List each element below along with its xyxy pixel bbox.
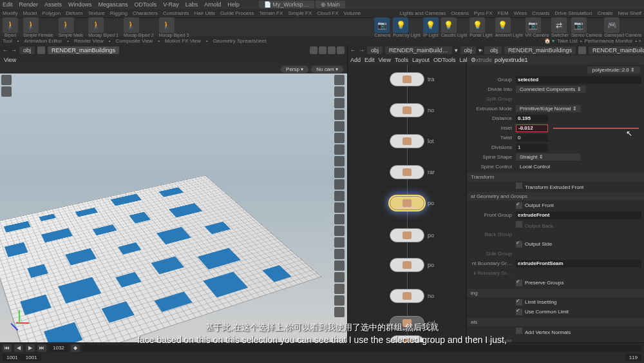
point-light-icon[interactable]: 💡Point by Light [393,17,420,37]
menu-odtools[interactable]: ODTools [135,1,157,8]
ambient-light-icon[interactable]: 💡Ambient Light [495,17,523,37]
node-2[interactable]: lot [390,134,424,148]
shelf-wires[interactable]: Wires [514,10,527,16]
persp-dropdown[interactable]: Persp ▾ [281,66,308,73]
menu-render[interactable]: Render [19,1,39,8]
vtool-11[interactable] [334,191,345,201]
shelf-create[interactable]: Create [598,10,613,16]
menu-windows[interactable]: Windows [68,1,92,8]
node-graph[interactable]: tranolotrarpopoponocolma [348,64,466,342]
als-section[interactable]: als [467,318,644,326]
vtool-13[interactable] [334,214,345,224]
portal-light-icon[interactable]: 💡Portal Light [469,17,492,37]
inset-input[interactable] [516,124,548,132]
distance-input[interactable] [516,115,548,123]
limit-insetting-check[interactable] [516,299,522,306]
ip-light-icon[interactable]: 💡IP Light [423,17,439,37]
vtool-8[interactable] [334,156,345,166]
opt2-icon[interactable] [328,46,336,54]
crumb-render[interactable]: RENDER_mainBuildings [48,46,119,54]
node-odtools[interactable]: ODTools [433,57,456,63]
output-side-check[interactable] [516,241,522,248]
current-frame[interactable]: 1032 [49,344,68,351]
vtool-select[interactable] [1,75,12,85]
vtool-5[interactable] [334,121,345,132]
vtool-20[interactable] [334,295,345,306]
shelf-drivesim[interactable]: Drive Simulation [554,10,592,16]
menu-labs[interactable]: Labs [185,1,198,8]
shelf-rigging[interactable]: Rigging [110,10,128,16]
shelf-characters[interactable]: Characters [133,10,158,16]
node-5[interactable]: po [390,228,424,242]
inset-slider[interactable] [553,128,639,129]
shelf-simplefx[interactable]: Simple FX [288,10,312,16]
mocap2-tool[interactable]: 🚶Mocap Biped 2 [124,17,154,37]
param-crumb-obj[interactable]: obj [486,46,502,54]
anim-editor-menu[interactable]: Animation Editor [24,38,62,44]
use-common-check[interactable] [516,309,522,315]
shelf-modify[interactable]: Modify [3,10,18,16]
shelf-fem[interactable]: FEM [498,10,509,16]
vtool-19[interactable] [334,284,345,294]
shelf-crowds[interactable]: Crowds [532,10,549,16]
shelf-model[interactable]: Model [23,10,37,16]
vtool-7[interactable] [334,144,345,155]
shelf-polygon[interactable]: Polygon [42,10,61,16]
menu-edit[interactable]: Edit [3,1,13,8]
node-add[interactable]: Add [350,57,361,63]
shelf-constraints[interactable]: Constraints [163,10,189,16]
vtool-4[interactable] [334,110,345,120]
tl-first-icon[interactable]: ⏮ [3,344,12,352]
menu-megascans[interactable]: Megascans [99,1,128,8]
node-0[interactable]: tra [390,72,424,86]
opt3-icon[interactable] [337,46,345,54]
vtool-17[interactable] [334,260,345,271]
switcher-icon[interactable]: ⇄Switcher [551,17,569,37]
tl-play-icon[interactable]: ▶ [26,344,35,352]
vtool-6[interactable] [334,133,345,143]
motionfx-view-menu[interactable]: Motion FX View [165,38,201,44]
shelf-terrain[interactable]: Terrain FX [259,10,283,16]
gamepad-camera-icon[interactable]: 🎮Gamepad Camera [604,17,641,37]
pin-icon[interactable] [310,46,317,54]
divisions-input[interactable] [516,144,548,152]
simple-female-tool[interactable]: 🚶Simple Female [23,17,53,37]
timeline-track[interactable] [82,345,641,351]
node-1[interactable]: no [390,103,424,117]
preserve-groups-check[interactable] [516,280,522,286]
add-vertex-check[interactable] [516,328,522,334]
geometry-section[interactable]: at Geometry and Groups [467,192,644,201]
vtool-15[interactable] [334,237,345,248]
mocap1-tool[interactable]: 🚶Mocap Biped 1 [88,17,118,37]
simple-male-tool[interactable]: 🚶Simple Male [59,17,84,37]
vtool-move[interactable] [1,86,12,97]
tl-next-icon[interactable]: ⏭ [37,344,46,352]
shelf-oceans[interactable]: Oceans [451,10,469,16]
node-name[interactable]: polyextrude1 [495,57,528,63]
tl-prev-icon[interactable]: ◀ [14,344,23,352]
cam-dropdown[interactable]: No cam ▾ [311,66,343,73]
start-frame[interactable]: 1001 [3,354,22,361]
vr-camera-icon[interactable]: 📷VR Camera [526,17,549,37]
back-icon[interactable]: ← [3,47,8,54]
shelf-deform[interactable]: Deform [66,10,82,16]
divide-dropdown[interactable]: Connected Components ⇕ [516,86,585,93]
node-6[interactable]: po [390,258,424,272]
transform-extruded-check[interactable] [516,182,522,189]
twist-input[interactable] [516,134,548,142]
vtool-14[interactable] [334,226,345,236]
biped-tool[interactable]: 🚶Biped [3,17,18,37]
shelf-pyrofx[interactable]: Pyro FX [474,10,493,16]
output-back-check[interactable] [516,221,522,228]
version-dropdown[interactable]: polyextrude::2.0 ⇕ [587,66,640,74]
net-crumb-obj[interactable]: obj [367,46,383,54]
geo-spreadsheet-menu[interactable]: Geometry Spreadsheet [213,38,267,44]
take-list-menu[interactable]: Take List [557,38,578,44]
stereo-camera-icon[interactable]: 📷Stereo Camera [571,17,601,37]
vtool-2[interactable] [334,86,345,97]
node-7[interactable]: no [390,289,424,303]
shelf-guide[interactable]: Guide Process [220,10,254,16]
fwd-icon[interactable]: → [11,47,17,54]
transform-section[interactable]: Transform [467,173,644,181]
shelf-texture[interactable]: Texture [88,10,105,16]
